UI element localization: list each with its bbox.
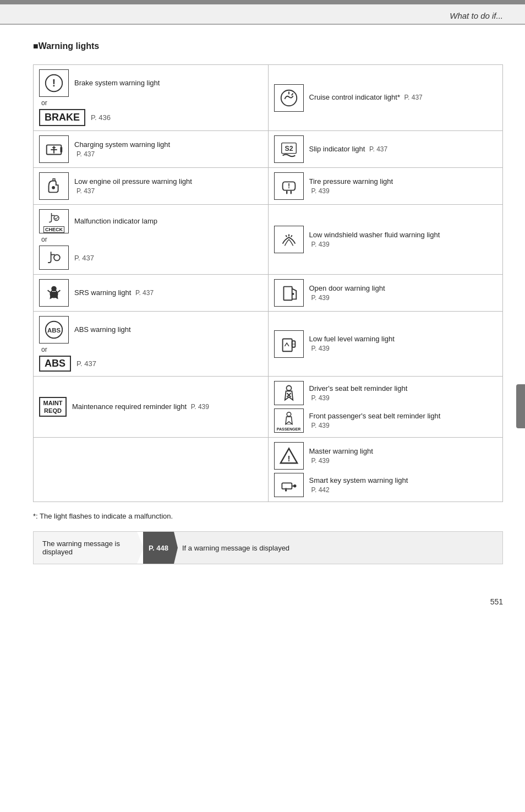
driver-seatbelt-text: Driver's seat belt reminder light P. 439 bbox=[309, 384, 497, 403]
brake-text-icon: BRAKE bbox=[39, 109, 85, 126]
brake-system-icon: ! bbox=[39, 69, 69, 97]
warning-lights-table: ! Brake system warning light or BRAKE P.… bbox=[33, 64, 503, 502]
table-row: SRS warning light P. 437 bbox=[34, 275, 503, 312]
table-row: ! Brake system warning light or BRAKE P.… bbox=[34, 65, 503, 131]
passenger-seatbelt-text: Front passenger's seat belt reminder lig… bbox=[309, 411, 497, 430]
content: ■Warning lights ! bbox=[0, 25, 525, 586]
maint-text: Maintenance required reminder light P. 4… bbox=[72, 402, 262, 412]
check-icon-1: CHECK bbox=[39, 209, 69, 233]
windshield-icon bbox=[274, 226, 304, 253]
svg-line-4 bbox=[291, 93, 293, 95]
svg-point-24 bbox=[292, 293, 294, 295]
svg-point-37 bbox=[285, 489, 287, 492]
oil-pressure-text: Low engine oil pressure warning light P.… bbox=[74, 177, 262, 196]
svg-line-21 bbox=[48, 290, 51, 292]
table-row: ABS ABS warning light or ABS P. 437 bbox=[34, 312, 503, 377]
header-area: What to do if... bbox=[0, 4, 525, 25]
table-row: Charging system warning light P. 437 S2 bbox=[34, 131, 503, 168]
top-bar bbox=[0, 0, 525, 4]
svg-rect-6 bbox=[60, 147, 62, 152]
cruise-control-text: Cruise control indicator light* P. 437 bbox=[309, 92, 497, 102]
cruise-control-icon bbox=[274, 84, 304, 112]
nav-left-text: The warning message is displayed bbox=[34, 532, 144, 564]
abs-page: P. 437 bbox=[76, 359, 96, 368]
driver-seatbelt-icon bbox=[274, 381, 304, 405]
section-title: ■Warning lights bbox=[33, 41, 503, 51]
brake-page: P. 436 bbox=[91, 113, 111, 122]
right-tab bbox=[516, 384, 525, 428]
bottom-navigation[interactable]: The warning message is displayed P. 448 … bbox=[33, 531, 503, 564]
srs-text: SRS warning light P. 437 bbox=[74, 288, 262, 298]
low-fuel-text: Low fuel level warning light P. 439 bbox=[309, 334, 497, 353]
abs-text: ABS warning light bbox=[74, 325, 262, 335]
maint-reqd-icon: MAINTREQD bbox=[39, 397, 67, 417]
svg-text:!: ! bbox=[287, 182, 289, 190]
table-row: ! Master warning light P. 439 bbox=[34, 438, 503, 502]
header-title: What to do if... bbox=[450, 11, 503, 20]
brake-system-text: Brake system warning light bbox=[74, 78, 262, 88]
open-door-text: Open door warning light P. 439 bbox=[309, 284, 497, 303]
svg-rect-23 bbox=[283, 287, 292, 301]
svg-text:ABS: ABS bbox=[47, 327, 61, 334]
charging-system-icon bbox=[39, 135, 69, 163]
tire-pressure-text: Tire pressure warning light P. 439 bbox=[309, 177, 497, 196]
master-warning-text: Master warning light P. 439 bbox=[309, 446, 497, 466]
charging-text: Charging system warning light P. 437 bbox=[74, 140, 262, 159]
malfunction-page: P. 437 bbox=[74, 254, 94, 262]
table-row: MAINTREQD Maintenance required reminder … bbox=[34, 377, 503, 438]
svg-rect-33 bbox=[282, 483, 292, 489]
oil-pressure-icon bbox=[39, 172, 69, 200]
page-number-area: 551 bbox=[0, 586, 525, 612]
svg-line-18 bbox=[291, 235, 292, 237]
slip-indicator-icon: S2 bbox=[274, 135, 304, 163]
nav-page-badge[interactable]: P. 448 bbox=[139, 532, 178, 564]
malfunction-text: Malfunction indicator lamp bbox=[74, 216, 262, 226]
svg-line-17 bbox=[286, 235, 287, 237]
smartkey-icon bbox=[274, 473, 304, 497]
master-warning-icon: ! bbox=[274, 442, 304, 470]
abs-icon: ABS bbox=[39, 316, 69, 344]
svg-point-35 bbox=[293, 484, 296, 487]
svg-text:!: ! bbox=[287, 454, 290, 463]
svg-point-15 bbox=[54, 255, 60, 261]
svg-point-31 bbox=[287, 412, 291, 417]
low-fuel-icon bbox=[274, 330, 304, 358]
svg-point-12 bbox=[52, 186, 55, 189]
svg-point-30 bbox=[286, 386, 291, 391]
open-door-icon bbox=[274, 279, 304, 307]
nav-right-text: If a warning message is displayed bbox=[173, 532, 502, 564]
passenger-seatbelt-icon: PASSENGER bbox=[274, 408, 304, 433]
slip-text: Slip indicator light P. 437 bbox=[309, 144, 497, 154]
abs-text-icon: ABS bbox=[39, 356, 71, 372]
table-row: CHECK Malfunction indicator lamp or bbox=[34, 205, 503, 275]
page-number: 551 bbox=[490, 597, 503, 606]
svg-line-22 bbox=[58, 290, 61, 292]
windshield-text: Low windshield washer fluid warning ligh… bbox=[309, 230, 497, 249]
svg-text:S2: S2 bbox=[285, 145, 293, 152]
svg-text:!: ! bbox=[52, 77, 56, 89]
footnote: *: The light flashes to indicate a malfu… bbox=[33, 512, 503, 520]
smartkey-text: Smart key system warning light P. 442 bbox=[309, 476, 497, 495]
tire-pressure-icon: ! bbox=[274, 172, 304, 200]
check-icon-2 bbox=[39, 246, 69, 270]
svg-point-14 bbox=[54, 216, 59, 221]
srs-icon bbox=[39, 279, 69, 307]
svg-rect-27 bbox=[282, 339, 292, 351]
table-row: Low engine oil pressure warning light P.… bbox=[34, 168, 503, 205]
